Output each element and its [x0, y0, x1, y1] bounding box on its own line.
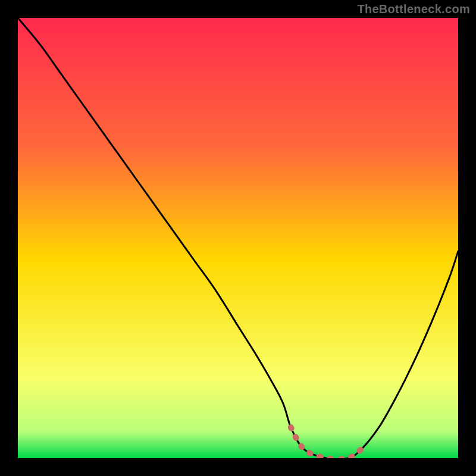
bottleneck-chart	[18, 18, 458, 458]
gradient-background	[18, 18, 458, 458]
plot-area	[18, 18, 458, 458]
watermark-text: TheBottleneck.com	[357, 2, 470, 16]
chart-frame: TheBottleneck.com	[0, 0, 476, 476]
